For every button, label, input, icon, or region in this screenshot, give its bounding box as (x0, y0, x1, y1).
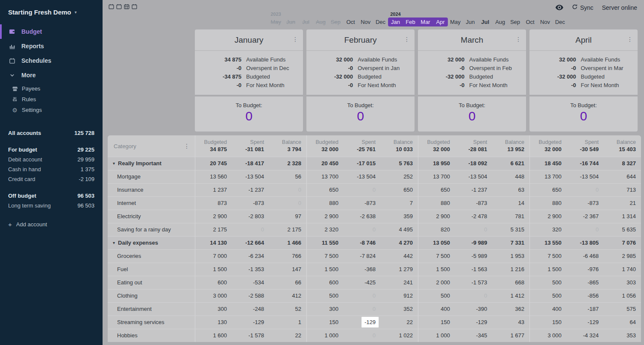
budget-cell[interactable]: 7 331 (492, 237, 529, 249)
budget-cell[interactable]: 1 022 (381, 329, 418, 342)
budget-cell[interactable]: 442 (381, 250, 418, 263)
budget-cell[interactable]: 4 270 (381, 237, 418, 249)
budget-cell[interactable]: -5 989 (455, 250, 492, 263)
budget-cell[interactable]: -16 744 (567, 157, 604, 170)
budget-cell[interactable]: -534 (232, 276, 269, 289)
timeline-month-apr[interactable]: Apr (433, 11, 448, 26)
budget-cell[interactable]: -13 805 (567, 237, 604, 249)
to-budget-value[interactable]: 0 (468, 109, 476, 123)
timeline-month-dec[interactable]: Dec (373, 11, 388, 26)
budget-cell[interactable]: 1 740 (604, 263, 641, 276)
budget-cell[interactable]: 1 500 (529, 263, 567, 276)
budget-cell[interactable]: 7 500 (529, 250, 567, 263)
calendar-view-1-icon[interactable] (109, 4, 114, 9)
budget-cell[interactable]: -1 573 (455, 276, 492, 289)
budget-file-menu[interactable]: Starting Fresh Demo ▾ (0, 9, 103, 18)
calendar-view-4-icon[interactable] (132, 4, 137, 9)
budget-cell[interactable]: 1 (269, 316, 306, 329)
budget-cell[interactable]: -345 (455, 329, 492, 342)
budget-cell[interactable]: -129 (232, 316, 269, 329)
budget-cell[interactable]: 1 677 (492, 329, 529, 342)
budget-cell[interactable]: 362 (492, 303, 529, 316)
account-row-debit-account[interactable]: Debit account29 959 (8, 155, 94, 164)
budget-cell[interactable]: 150 (306, 316, 344, 329)
budget-cell[interactable]: 2 328 (269, 157, 306, 170)
timeline-month-sep[interactable]: Sep (328, 11, 343, 26)
budget-cell[interactable]: 6 621 (492, 157, 529, 170)
budget-cell[interactable]: 1 000 (306, 329, 344, 342)
month-menu-icon[interactable]: ⋮ (515, 36, 521, 43)
category-name[interactable]: Insurrance (108, 184, 195, 196)
budget-cell[interactable]: 0 (344, 303, 381, 316)
category-name[interactable]: Saving for a rainy day (108, 223, 195, 236)
budget-cell[interactable]: 650 (306, 184, 344, 196)
budget-cell[interactable]: 7 000 (195, 250, 232, 263)
budget-cell[interactable]: 7 500 (418, 250, 455, 263)
budget-cell[interactable]: 300 (195, 303, 232, 316)
timeline-month-oct[interactable]: Oct (523, 11, 538, 26)
budget-cell[interactable]: 13 700 (418, 170, 455, 183)
sidebar-item-schedules[interactable]: Schedules (0, 53, 103, 68)
budget-cell[interactable]: 0 (567, 223, 604, 236)
budget-cell[interactable]: 820 (418, 223, 455, 236)
budget-cell[interactable]: 320 (529, 223, 567, 236)
budget-cell[interactable]: -18 092 (455, 157, 492, 170)
timeline-month-jul[interactable]: Jul (478, 11, 493, 26)
sidebar-item-more[interactable]: More (0, 68, 103, 82)
budget-cell[interactable]: -1 237 (232, 184, 269, 196)
budget-cell[interactable]: -4 324 (567, 329, 604, 342)
timeline-month-dec[interactable]: Dec (553, 11, 568, 26)
sidebar-item-budget[interactable]: Budget (0, 24, 103, 39)
budget-cell[interactable]: 14 130 (195, 237, 232, 249)
budget-cell[interactable]: 22 (381, 316, 418, 329)
budget-cell[interactable]: -873 (455, 197, 492, 210)
budget-cell[interactable]: -1 578 (232, 329, 269, 342)
month-menu-icon[interactable]: ⋮ (627, 36, 633, 43)
budget-cell[interactable]: 1 500 (306, 263, 344, 276)
budget-cell[interactable]: 56 (269, 170, 306, 183)
budget-cell[interactable]: -7 824 (344, 250, 381, 263)
sidebar-item-settings[interactable]: ⚙Settings (0, 105, 103, 115)
budget-cell[interactable]: 303 (604, 276, 641, 289)
budget-cell[interactable]: 0 (344, 223, 381, 236)
timeline-month-mar[interactable]: Mar (418, 11, 433, 26)
budget-cell[interactable]: 2 175 (269, 223, 306, 236)
budget-cell[interactable]: 0 (344, 329, 381, 342)
budget-cell[interactable]: -2 478 (455, 210, 492, 223)
budget-cell[interactable]: 1 466 (269, 237, 306, 249)
timeline-month-2024jan[interactable]: 2024Jan (388, 11, 403, 26)
sidebar-item-payees[interactable]: Payees (0, 83, 103, 94)
budget-cell[interactable]: 644 (604, 170, 641, 183)
budget-cell[interactable]: 2 900 (306, 210, 344, 223)
budget-cell[interactable]: 0 (455, 223, 492, 236)
budget-cell[interactable]: 0 (269, 197, 306, 210)
budget-cell[interactable]: 0 (344, 184, 381, 196)
budget-cell[interactable]: -873 (567, 197, 604, 210)
budget-cell[interactable]: 0 (344, 289, 381, 302)
budget-cell[interactable]: 912 (381, 289, 418, 302)
budget-cell[interactable]: 500 (529, 289, 567, 302)
timeline-month-oct[interactable]: Oct (343, 11, 358, 26)
to-budget-value[interactable]: 0 (357, 109, 364, 123)
budget-cell[interactable]: 352 (381, 303, 418, 316)
category-name[interactable]: Groceries (108, 250, 195, 263)
budget-cell[interactable]: -18 417 (232, 157, 269, 170)
budget-cell[interactable]: -976 (567, 263, 604, 276)
budget-cell[interactable]: 13 550 (529, 237, 567, 249)
budget-cell[interactable]: -873 (232, 197, 269, 210)
category-name[interactable]: Electricity (108, 210, 195, 223)
budget-cell[interactable]: 575 (604, 303, 641, 316)
budget-cell[interactable]: 13 700 (306, 170, 344, 183)
timeline-month-sep[interactable]: Sep (508, 11, 523, 26)
budget-cell[interactable]: 7 500 (306, 250, 344, 263)
budget-cell[interactable]: 300 (306, 303, 344, 316)
calendar-view-2-icon[interactable] (116, 4, 122, 9)
budget-cell[interactable]: 1 412 (492, 289, 529, 302)
budget-cell[interactable]: 252 (381, 170, 418, 183)
budget-cell[interactable]: -425 (344, 276, 381, 289)
budget-cell[interactable]: -2 638 (344, 210, 381, 223)
collapse-triangle-icon[interactable]: ▾ (113, 157, 115, 170)
category-name[interactable]: Entertainment (108, 303, 195, 316)
budget-cell[interactable]: 713 (604, 184, 641, 196)
category-name[interactable]: Fuel (108, 263, 195, 276)
